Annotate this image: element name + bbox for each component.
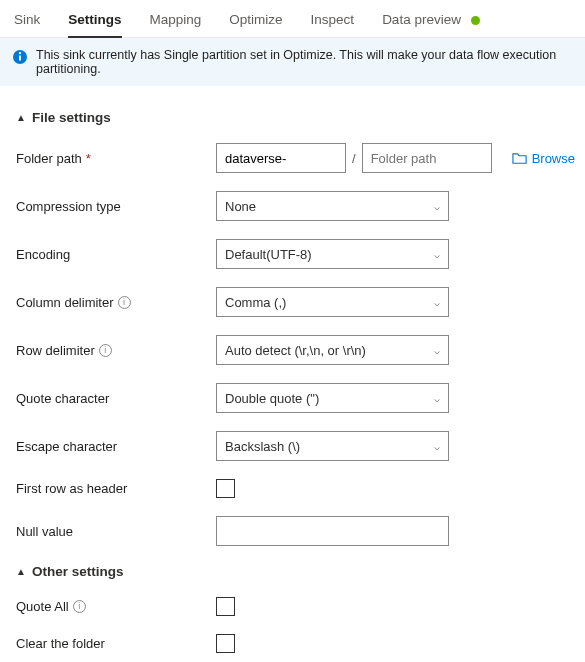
tab-bar: Sink Settings Mapping Optimize Inspect D… (0, 0, 585, 38)
tab-mapping[interactable]: Mapping (136, 4, 216, 37)
label-row-delimiter: Row delimiter i (16, 343, 216, 358)
row-delimiter-select[interactable]: Auto detect (\r,\n, or \r\n) ⌵ (216, 335, 449, 365)
folder-icon (512, 151, 527, 166)
collapse-icon: ▲ (16, 112, 28, 123)
tab-data-preview-label: Data preview (382, 12, 461, 27)
svg-rect-1 (19, 56, 21, 61)
row-quote-all: Quote All i (16, 597, 569, 616)
chevron-down-icon: ⌵ (434, 297, 440, 308)
section-file-settings[interactable]: ▲ File settings (16, 110, 569, 125)
tab-inspect[interactable]: Inspect (297, 4, 369, 37)
row-null-value: Null value (16, 516, 569, 546)
folder-path-group: / Browse (216, 143, 575, 173)
row-column-delimiter: Column delimiter i Comma (,) ⌵ (16, 287, 569, 317)
row-folder-path: Folder path * / Browse (16, 143, 569, 173)
quote-all-checkbox[interactable] (216, 597, 235, 616)
label-quote-all: Quote All i (16, 599, 216, 614)
label-column-delimiter: Column delimiter i (16, 295, 216, 310)
tab-optimize[interactable]: Optimize (215, 4, 296, 37)
info-circle-icon[interactable]: i (118, 296, 131, 309)
label-null-value: Null value (16, 524, 216, 539)
label-folder-path: Folder path * (16, 151, 216, 166)
first-row-as-header-checkbox[interactable] (216, 479, 235, 498)
chevron-down-icon: ⌵ (434, 441, 440, 452)
folder-path-input-2[interactable] (362, 143, 492, 173)
tab-sink[interactable]: Sink (0, 4, 54, 37)
collapse-icon: ▲ (16, 566, 28, 577)
section-other-settings[interactable]: ▲ Other settings (16, 564, 569, 579)
chevron-down-icon: ⌵ (434, 201, 440, 212)
compression-type-select[interactable]: None ⌵ (216, 191, 449, 221)
label-first-row-as-header: First row as header (16, 481, 216, 496)
escape-character-select[interactable]: Backslash (\) ⌵ (216, 431, 449, 461)
tab-settings[interactable]: Settings (54, 4, 135, 37)
encoding-select[interactable]: Default(UTF-8) ⌵ (216, 239, 449, 269)
label-clear-the-folder: Clear the folder (16, 636, 216, 651)
settings-content: ▲ File settings Folder path * / Browse C… (0, 86, 585, 662)
label-compression-type: Compression type (16, 199, 216, 214)
browse-button[interactable]: Browse (512, 151, 575, 166)
row-clear-the-folder: Clear the folder (16, 634, 569, 653)
info-icon (12, 49, 28, 65)
section-other-settings-label: Other settings (32, 564, 124, 579)
info-banner-text: This sink currently has Single partition… (36, 48, 573, 76)
label-escape-character: Escape character (16, 439, 216, 454)
quote-character-select[interactable]: Double quote (") ⌵ (216, 383, 449, 413)
info-circle-icon[interactable]: i (73, 600, 86, 613)
row-quote-character: Quote character Double quote (") ⌵ (16, 383, 569, 413)
row-encoding: Encoding Default(UTF-8) ⌵ (16, 239, 569, 269)
row-compression-type: Compression type None ⌵ (16, 191, 569, 221)
chevron-down-icon: ⌵ (434, 393, 440, 404)
required-icon: * (86, 151, 91, 166)
label-quote-character: Quote character (16, 391, 216, 406)
null-value-input[interactable] (216, 516, 449, 546)
info-banner: This sink currently has Single partition… (0, 38, 585, 86)
svg-point-2 (19, 52, 21, 54)
clear-the-folder-checkbox[interactable] (216, 634, 235, 653)
info-circle-icon[interactable]: i (99, 344, 112, 357)
path-separator: / (352, 151, 356, 166)
chevron-down-icon: ⌵ (434, 249, 440, 260)
row-first-row-as-header: First row as header (16, 479, 569, 498)
section-file-settings-label: File settings (32, 110, 111, 125)
chevron-down-icon: ⌵ (434, 345, 440, 356)
folder-path-input-1[interactable] (216, 143, 346, 173)
status-dot-icon (471, 16, 480, 25)
tab-data-preview[interactable]: Data preview (368, 4, 494, 37)
label-encoding: Encoding (16, 247, 216, 262)
column-delimiter-select[interactable]: Comma (,) ⌵ (216, 287, 449, 317)
row-escape-character: Escape character Backslash (\) ⌵ (16, 431, 569, 461)
row-row-delimiter: Row delimiter i Auto detect (\r,\n, or \… (16, 335, 569, 365)
